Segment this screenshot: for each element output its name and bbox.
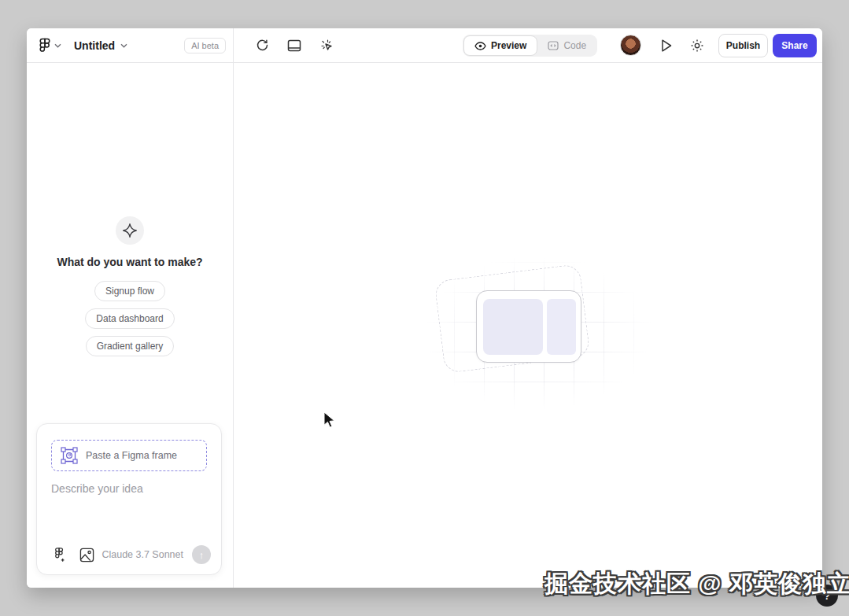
- wireframe-block-right: [547, 299, 576, 355]
- attach-figma-icon[interactable]: [51, 546, 68, 563]
- file-title: Untitled: [74, 39, 115, 52]
- chip-gradient-gallery[interactable]: Gradient gallery: [86, 336, 175, 356]
- send-button[interactable]: ↑: [192, 545, 211, 564]
- chip-data-dashboard[interactable]: Data dashboard: [85, 308, 174, 329]
- settings-gear-icon[interactable]: [688, 36, 707, 55]
- chip-signup-flow[interactable]: Signup flow: [94, 281, 165, 301]
- ai-beta-badge: AI beta: [184, 38, 226, 53]
- code-icon: [548, 41, 559, 50]
- frame-selection-icon: [60, 446, 79, 465]
- make-hero: What do you want to make? Signup flow Da…: [27, 216, 233, 356]
- help-button[interactable]: ?: [816, 585, 838, 607]
- attach-image-icon[interactable]: [78, 546, 95, 563]
- preview-canvas[interactable]: [234, 64, 822, 588]
- wireframe-block-left: [483, 299, 543, 355]
- tab-code-label: Code: [563, 40, 586, 51]
- tab-code[interactable]: Code: [537, 35, 596, 56]
- app-window: Untitled AI beta: [27, 28, 822, 588]
- user-avatar[interactable]: [620, 35, 641, 56]
- header-actions: Publish Share: [620, 28, 817, 62]
- header-file-section: Untitled AI beta: [27, 28, 234, 62]
- tab-preview[interactable]: Preview: [463, 35, 537, 56]
- paste-frame-label: Paste a Figma frame: [86, 450, 177, 461]
- sidebar: What do you want to make? Signup flow Da…: [27, 63, 234, 588]
- top-toolbar: Untitled AI beta: [27, 28, 822, 63]
- eye-icon: [474, 42, 486, 50]
- suggestion-chips: Signup flow Data dashboard Gradient gall…: [27, 281, 233, 356]
- publish-button[interactable]: Publish: [718, 34, 768, 57]
- idea-textarea[interactable]: Describe your idea: [51, 482, 210, 545]
- figma-menu-button[interactable]: [39, 38, 61, 53]
- arrow-up-icon: ↑: [199, 549, 205, 561]
- file-title-menu[interactable]: Untitled: [74, 39, 127, 52]
- view-mode-toggle: Preview Code: [463, 35, 597, 57]
- device-preview-button[interactable]: [285, 36, 304, 55]
- refresh-button[interactable]: [253, 36, 271, 55]
- play-button[interactable]: [657, 36, 676, 55]
- paste-figma-frame-button[interactable]: Paste a Figma frame: [51, 440, 207, 471]
- wireframe-card: [476, 290, 581, 363]
- help-label: ?: [824, 590, 830, 602]
- composer-footer: Claude 3.7 Sonnet ↑: [51, 544, 211, 565]
- share-button[interactable]: Share: [773, 34, 817, 57]
- chevron-down-icon: [120, 43, 127, 48]
- model-selector[interactable]: Claude 3.7 Sonnet: [102, 549, 183, 560]
- figma-logo-icon: [39, 38, 50, 53]
- desktop: { "header": { "file_name": "Untitled", "…: [0, 0, 849, 616]
- ai-cursor-button[interactable]: [317, 36, 336, 55]
- hero-heading: What do you want to make?: [57, 256, 202, 268]
- canvas-tools: [234, 28, 336, 62]
- prompt-composer: Paste a Figma frame Describe your idea: [36, 423, 222, 575]
- sparkle-make-icon: [116, 216, 144, 245]
- tab-preview-label: Preview: [491, 40, 526, 51]
- chevron-down-icon: [54, 43, 61, 48]
